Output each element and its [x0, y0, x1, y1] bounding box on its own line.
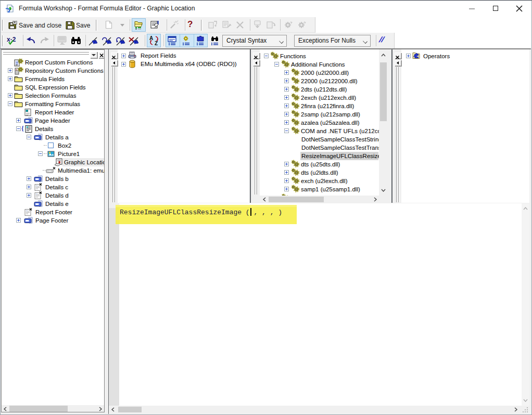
svg-text:{: { [21, 125, 24, 132]
svg-text:A: A [149, 35, 153, 41]
svg-text:Z: Z [155, 41, 158, 46]
